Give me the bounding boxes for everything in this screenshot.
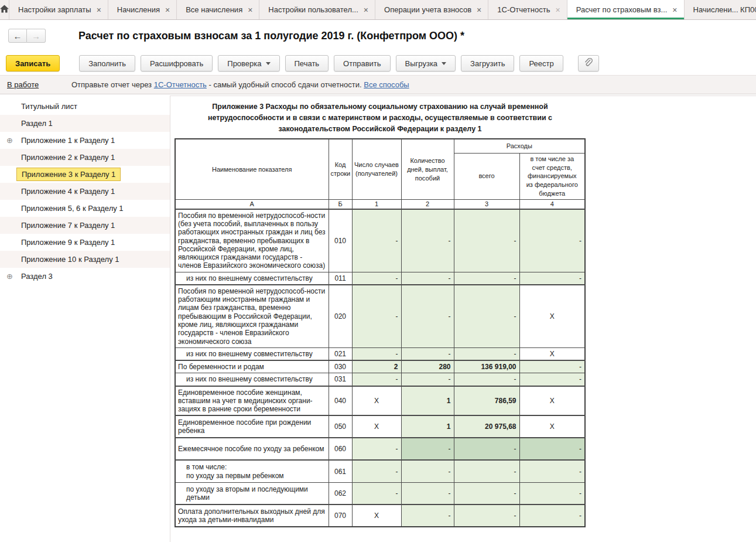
sidebar-item[interactable]: Титульный лист [0, 98, 170, 115]
tab[interactable]: 1С-Отчетность× [488, 0, 567, 19]
sidebar-item[interactable]: Приложения 5, 6 к Разделу 1 [0, 200, 170, 217]
tab-close-icon[interactable]: × [364, 6, 368, 14]
value-cell[interactable]: 1 [401, 386, 454, 416]
indicator-name-cell[interactable]: Пособия по временной нетрудоспособ-ности… [175, 285, 329, 347]
toolbar-button[interactable]: Отправить [334, 55, 390, 71]
value-cell[interactable]: Х [352, 415, 401, 438]
value-cell[interactable]: - [454, 504, 519, 527]
value-cell[interactable]: - [454, 347, 519, 360]
value-cell[interactable]: - [352, 460, 401, 482]
indicator-name-cell[interactable]: Оплата дополнительных выходных дней для … [175, 504, 329, 527]
expand-icon[interactable]: ⊕ [6, 136, 13, 145]
sidebar-item[interactable]: Приложение 10 к Разделу 1 [0, 251, 170, 268]
value-cell[interactable]: Х [519, 415, 585, 438]
sidebar-item[interactable]: ⊕Приложение 1 к Разделу 1 [0, 132, 170, 149]
value-cell[interactable]: - [401, 373, 454, 386]
value-cell[interactable]: - [352, 373, 401, 386]
toolbar-button[interactable]: Выгрузка [396, 55, 456, 71]
toolbar-button[interactable]: Заполнить [79, 55, 135, 71]
sidebar-item[interactable]: Приложение 9 к Разделу 1 [0, 234, 170, 251]
value-cell[interactable]: - [401, 347, 454, 360]
line-code-cell[interactable]: 070 [329, 504, 352, 527]
value-cell[interactable]: - [519, 209, 585, 272]
value-cell[interactable]: - [401, 460, 454, 482]
indicator-name-cell[interactable]: Пособия по временной нетрудоспособ-ности… [175, 209, 329, 272]
attach-button[interactable] [578, 55, 599, 71]
value-cell[interactable]: Х [519, 285, 585, 347]
tab-close-icon[interactable]: × [555, 6, 560, 14]
toolbar-button[interactable]: Реестр [519, 55, 563, 71]
tab-close-icon[interactable]: × [97, 6, 101, 14]
tab-close-icon[interactable]: × [248, 6, 252, 14]
forward-button[interactable]: → [27, 29, 46, 43]
toolbar-button[interactable]: Проверка [218, 55, 279, 71]
value-cell[interactable]: Х [519, 347, 585, 360]
save-button[interactable]: Записать [6, 55, 60, 71]
line-code-cell[interactable]: 011 [329, 272, 352, 285]
sidebar-item[interactable]: Приложение 2 к Разделу 1 [0, 149, 170, 166]
value-cell[interactable]: - [519, 438, 585, 460]
tab[interactable]: Настройки зарплаты× [9, 0, 108, 19]
value-cell[interactable]: 1 [401, 415, 454, 438]
value-cell[interactable]: Х [519, 386, 585, 416]
toolbar-button[interactable]: Загрузить [461, 55, 514, 71]
value-cell[interactable]: 786,59 [454, 386, 519, 416]
value-cell[interactable]: - [401, 285, 454, 347]
indicator-name-cell[interactable]: в том числе: по уходу за первым ребенком [175, 460, 329, 482]
line-code-cell[interactable]: 050 [329, 415, 352, 438]
indicator-name-cell[interactable]: из них по внешнему совместительству [175, 373, 329, 386]
indicator-name-cell[interactable]: По беременности и родам [175, 360, 329, 373]
value-cell[interactable]: - [454, 460, 519, 482]
value-cell[interactable]: - [401, 504, 454, 527]
value-cell[interactable]: - [519, 460, 585, 482]
tab[interactable]: Начисления× [108, 0, 177, 19]
value-cell[interactable]: Х [352, 386, 401, 416]
tab-close-icon[interactable]: × [672, 6, 677, 14]
value-cell[interactable]: - [352, 482, 401, 504]
line-code-cell[interactable]: 060 [329, 438, 352, 460]
value-cell[interactable]: 280 [401, 360, 454, 373]
tab[interactable]: Настройки пользовател...× [259, 0, 375, 19]
sidebar-item[interactable]: Приложение 4 к Разделу 1 [0, 183, 170, 200]
indicator-name-cell[interactable]: Ежемесячное пособие по уходу за ребенком [175, 438, 329, 460]
tab[interactable]: Операции учета взносов× [375, 0, 488, 19]
value-cell[interactable]: - [352, 347, 401, 360]
value-cell[interactable]: - [401, 209, 454, 272]
line-code-cell[interactable]: 040 [329, 386, 352, 416]
indicator-name-cell[interactable]: по уходу за вторым и последующими детьми [175, 482, 329, 504]
indicator-name-cell[interactable]: из них по внешнему совместительству [175, 272, 329, 285]
value-cell[interactable]: - [519, 373, 585, 386]
value-cell[interactable]: Х [352, 504, 401, 527]
sidebar-item[interactable]: ⊕Раздел 3 [0, 268, 170, 285]
sidebar-item[interactable]: Приложение 7 к Разделу 1 [0, 217, 170, 234]
tab-close-icon[interactable]: × [165, 6, 170, 14]
line-code-cell[interactable]: 030 [329, 360, 352, 373]
value-cell[interactable]: - [519, 272, 585, 285]
value-cell[interactable]: - [519, 482, 585, 504]
line-code-cell[interactable]: 020 [329, 285, 352, 347]
indicator-name-cell[interactable]: Единовременное пособие при рождении ребе… [175, 415, 329, 438]
indicator-name-cell[interactable]: из них по внешнему совместительству [175, 347, 329, 360]
value-cell[interactable]: - [519, 360, 585, 373]
otchetnost-link[interactable]: 1С-Отчетность [154, 80, 207, 89]
expand-icon[interactable]: ⊕ [6, 272, 13, 281]
value-cell[interactable]: - [454, 438, 519, 460]
value-cell[interactable]: - [401, 482, 454, 504]
value-cell[interactable]: - [352, 209, 401, 272]
toolbar-button[interactable]: Печать [285, 55, 329, 71]
value-cell[interactable]: - [454, 482, 519, 504]
back-button[interactable]: ← [8, 29, 27, 43]
toolbar-button[interactable]: Расшифровать [141, 55, 213, 71]
all-ways-link[interactable]: Все способы [364, 80, 409, 89]
value-cell[interactable]: - [352, 272, 401, 285]
indicator-name-cell[interactable]: Единовременное пособие женщинам, вставши… [175, 386, 329, 416]
report-state-link[interactable]: В работе [7, 80, 61, 89]
value-cell[interactable]: 2 [352, 360, 401, 373]
sidebar-item[interactable]: Приложение 3 к Разделу 1 [0, 166, 170, 183]
sidebar-item[interactable]: Раздел 1 [0, 115, 170, 132]
line-code-cell[interactable]: 021 [329, 347, 352, 360]
tab[interactable]: Расчет по страховым вз...× [567, 0, 685, 19]
home-tab[interactable] [0, 0, 9, 19]
value-cell[interactable]: - [454, 209, 519, 272]
value-cell[interactable]: - [401, 272, 454, 285]
